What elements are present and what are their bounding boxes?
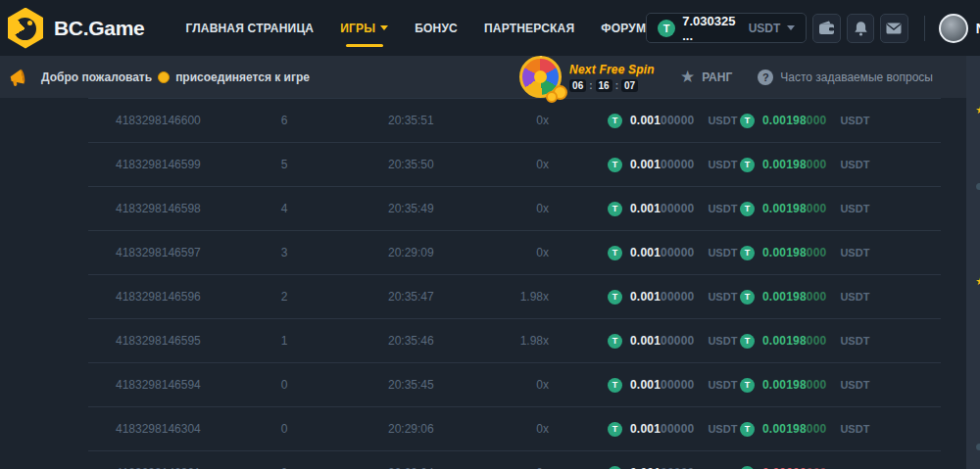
tether-icon: T: [740, 114, 755, 128]
main-nav: ГЛАВНАЯ СТРАНИЦА ИГРЫ БОНУС ПАРТНЕРСКАЯ …: [185, 0, 646, 56]
table-row[interactable]: 4183298146596220:35:471.98xT0.00100000US…: [88, 274, 941, 318]
free-spin-widget[interactable]: Next Free Spin 06 : 16 : 07: [519, 56, 655, 98]
rank-button[interactable]: ★ РАНГ: [680, 69, 732, 85]
bet-amount: 0.00100000: [630, 246, 694, 259]
table-row[interactable]: 4183298146597320:29:090xT0.00100000USDTT…: [88, 230, 941, 274]
round-cell: 1: [255, 334, 314, 348]
time-cell: 20:35:46: [314, 334, 480, 348]
table-row[interactable]: 4183298146598420:35:490xT0.00100000USDTT…: [88, 186, 941, 230]
bet-id-cell: 4183298146599: [88, 158, 255, 171]
tether-icon: T: [608, 246, 622, 260]
currency-label: USDT: [840, 203, 869, 214]
currency-label: USDT: [840, 115, 869, 126]
tether-icon: T: [740, 290, 755, 305]
currency-label: USDT: [708, 423, 737, 435]
currency-label: USDT: [840, 291, 869, 303]
win-amount-cell: T0.00198000USDT: [735, 202, 941, 216]
table-row[interactable]: 4183298146301020:29:040xT0.00100000USDTT…: [88, 450, 941, 469]
chat-edge-rail[interactable]: ★ ★: [966, 56, 980, 469]
nav-item-forum[interactable]: ФОРУМ: [601, 0, 646, 56]
amount-main: 0.001: [630, 114, 661, 127]
bet-amount-cell: T0.00100000USDT: [549, 158, 735, 172]
tether-icon: T: [658, 20, 675, 37]
time-cell: 20:35:51: [314, 114, 480, 127]
currency-label: USDT: [708, 203, 737, 214]
amount-trailing-zeros: 000: [807, 114, 827, 127]
notifications-button[interactable]: [847, 14, 874, 43]
bets-table-body: 4183298146600620:35:510xT0.00100000USDTT…: [88, 98, 941, 469]
tether-icon: T: [740, 334, 755, 349]
multiplier-cell: 0x: [480, 378, 549, 392]
round-cell: 6: [255, 114, 314, 127]
nav-item-bonus[interactable]: БОНУС: [415, 0, 458, 56]
multiplier-cell: 1.98x: [480, 334, 549, 348]
bet-amount: 0.00100000: [630, 422, 694, 436]
balance-selector[interactable]: T 7.030325 ... USDT: [646, 13, 807, 43]
time-cell: 20:29:06: [314, 422, 480, 436]
star-icon: ★: [680, 69, 695, 85]
amount-trailing-zeros: 000: [807, 378, 827, 392]
tether-icon: T: [608, 290, 622, 305]
bet-amount: 0.00100000: [630, 378, 694, 392]
user-menu[interactable]: Nashka: [939, 14, 980, 43]
tether-icon: T: [608, 466, 622, 469]
table-row[interactable]: 4183298146600620:35:510xT0.00100000USDTT…: [88, 98, 941, 142]
table-row[interactable]: 4183298146595120:35:461.98xT0.00100000US…: [88, 318, 941, 362]
nav-item-games[interactable]: ИГРЫ: [340, 0, 388, 56]
time-cell: 20:35:45: [314, 378, 480, 392]
amount-trailing-zeros: 000: [807, 158, 827, 171]
amount-trailing-zeros: 00000: [661, 202, 694, 215]
tether-icon: T: [740, 466, 755, 469]
announcement-message[interactable]: Добро пожаловать присоединяется к игре: [41, 70, 310, 84]
amount-main: 0.00198: [762, 378, 807, 392]
tether-icon: T: [608, 202, 622, 216]
currency-label: USDT: [840, 379, 869, 391]
brand-logo-icon: [6, 8, 45, 49]
bet-amount-cell: T0.00100000USDT: [549, 202, 735, 216]
messages-button[interactable]: [880, 14, 907, 43]
mail-icon: [886, 23, 902, 34]
round-cell: 5: [255, 158, 314, 171]
win-amount-cell: T0.00198000USDT: [735, 422, 941, 437]
win-amount-cell: T0.00198000USDT: [735, 290, 941, 305]
nav-item-affiliate[interactable]: ПАРТНЕРСКАЯ: [484, 0, 574, 56]
wallet-button[interactable]: [812, 14, 840, 43]
timer-seconds: 07: [621, 79, 638, 92]
nav-item-home[interactable]: ГЛАВНАЯ СТРАНИЦА: [185, 0, 314, 56]
brand-name: BC.Game: [54, 17, 144, 40]
timer-hours: 06: [569, 79, 586, 92]
amount-main: 0.001: [630, 290, 661, 304]
round-cell: 4: [255, 202, 314, 215]
time-cell: 20:35:49: [314, 202, 480, 215]
amount-trailing-zeros: 00000: [661, 334, 694, 348]
table-row[interactable]: 4183298146304020:29:060xT0.00100000USDTT…: [88, 406, 941, 450]
win-amount: 0.00198000: [762, 202, 826, 215]
brand-logo[interactable]: BC.Game: [6, 8, 144, 49]
nav-item-label: БОНУС: [415, 22, 458, 35]
currency-label: USDT: [708, 115, 737, 126]
chevron-down-icon: [380, 25, 388, 30]
currency-label: USDT: [840, 247, 869, 258]
faq-button[interactable]: ? Часто задаваемые вопросы: [758, 70, 933, 85]
tether-icon: T: [740, 202, 755, 216]
bet-amount-cell: T0.00100000USDT: [549, 334, 735, 349]
table-row[interactable]: 4183298146599520:35:500xT0.00100000USDTT…: [88, 142, 941, 186]
emoji-dot-icon: [976, 444, 980, 450]
wallet-icon: [818, 21, 835, 35]
win-amount-cell: T0.00198000USDT: [735, 114, 941, 128]
win-amount-cell: T0.00000000USDT: [735, 466, 941, 469]
multiplier-cell: 0x: [480, 158, 549, 171]
bet-amount: 0.00100000: [630, 114, 694, 127]
round-cell: 0: [255, 422, 314, 436]
navbar-right: T 7.030325 ... USDT: [646, 13, 980, 43]
round-cell: 3: [255, 246, 314, 259]
amount-main: 0.00198: [762, 246, 807, 259]
amount-trailing-zeros: 000: [807, 334, 827, 348]
spin-wheel-icon: [519, 56, 562, 98]
round-cell: 0: [255, 378, 314, 392]
tether-icon: T: [608, 334, 622, 349]
amount-trailing-zeros: 00000: [661, 290, 694, 304]
table-row[interactable]: 4183298146594020:35:450xT0.00100000USDTT…: [88, 362, 941, 406]
coin-icon: [158, 71, 170, 83]
star-emoji-icon: ★: [975, 105, 980, 116]
